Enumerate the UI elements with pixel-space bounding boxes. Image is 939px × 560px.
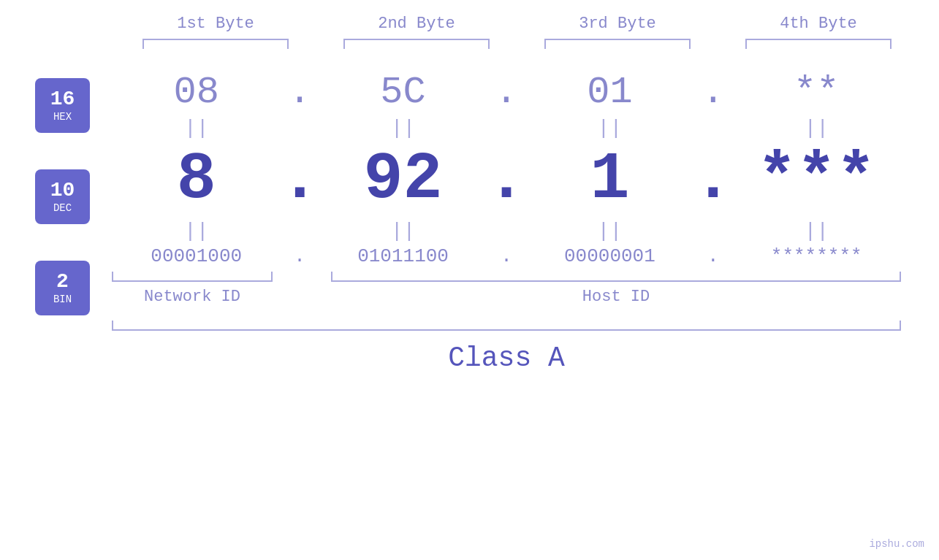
byte3-label: 3rd Byte: [537, 15, 698, 33]
watermark: ipshu.com: [869, 538, 924, 550]
dec-row: 8 . 92 . 1 . ***: [112, 142, 901, 217]
bracket-4: [745, 39, 892, 49]
bracket-3: [544, 39, 691, 49]
dec-dot2: .: [492, 142, 521, 217]
hex-b2: 5C: [323, 71, 484, 114]
eq2-b3: ||: [529, 220, 690, 242]
byte1-label: 1st Byte: [135, 15, 296, 33]
bin-badge: 2 BIN: [35, 261, 90, 315]
eq1-b3: ||: [529, 117, 690, 139]
data-grid: 08 . 5C . 01 . ** || || || || 8 .: [112, 71, 924, 374]
byte2-label: 2nd Byte: [336, 15, 497, 33]
byte-headers: 1st Byte 2nd Byte 3rd Byte 4th Byte: [115, 15, 919, 33]
eq2-b4: ||: [736, 220, 897, 242]
bin-b3: 00000001: [529, 245, 690, 267]
main-container: 1st Byte 2nd Byte 3rd Byte 4th Byte 16 H…: [0, 0, 939, 560]
dec-b4: ***: [736, 142, 897, 217]
bin-b2: 01011100: [323, 245, 484, 267]
hex-b1: 08: [116, 71, 277, 114]
hex-badge-label: HEX: [53, 111, 72, 123]
eq2-b2: ||: [323, 220, 484, 242]
dec-badge-label: DEC: [53, 202, 72, 214]
class-label: Class A: [112, 342, 901, 374]
dec-dot3: .: [699, 142, 728, 217]
bin-b1: 00001000: [116, 245, 277, 267]
host-id-label: Host ID: [331, 288, 901, 306]
byte4-label: 4th Byte: [738, 15, 899, 33]
hex-row: 08 . 5C . 01 . **: [112, 71, 901, 114]
id-labels-row: Network ID Host ID: [112, 288, 901, 306]
eq1-b4: ||: [736, 117, 897, 139]
bin-b4: ********: [736, 245, 897, 267]
dec-dot1: .: [285, 142, 314, 217]
equals-row-1: || || || ||: [112, 117, 901, 139]
bin-dot3: .: [699, 245, 728, 267]
eq2-b1: ||: [116, 220, 277, 242]
equals-row-2: || || || ||: [112, 220, 901, 242]
dec-b3: 1: [529, 142, 690, 217]
dec-badge: 10 DEC: [35, 169, 90, 224]
bottom-brackets: [112, 272, 901, 282]
hex-dot1: .: [285, 71, 314, 114]
big-bottom-bracket: [112, 321, 901, 331]
bracket-2: [343, 39, 490, 49]
hex-dot3: .: [699, 71, 728, 114]
bin-badge-number: 2: [56, 272, 69, 292]
hex-dot2: .: [492, 71, 521, 114]
eq1-b2: ||: [323, 117, 484, 139]
top-brackets: [115, 39, 919, 49]
bin-dot1: .: [285, 245, 314, 267]
dec-b2: 92: [323, 142, 484, 217]
bracket-1: [142, 39, 289, 49]
eq1-b1: ||: [116, 117, 277, 139]
dec-b1: 8: [116, 142, 277, 217]
bin-row: 00001000 . 01011100 . 00000001 . *******…: [112, 245, 901, 267]
bin-badge-label: BIN: [53, 294, 72, 305]
network-id-label: Network ID: [112, 288, 273, 306]
full-layout: 16 HEX 10 DEC 2 BIN 08 . 5C . 01 . **: [0, 71, 939, 374]
hex-b4: **: [736, 71, 897, 114]
hex-badge-number: 16: [50, 89, 75, 110]
badges-column: 16 HEX 10 DEC 2 BIN: [35, 78, 90, 374]
host-bracket: [331, 272, 901, 282]
bin-dot2: .: [492, 245, 521, 267]
network-bracket: [112, 272, 273, 282]
dec-badge-number: 10: [50, 180, 75, 201]
hex-badge: 16 HEX: [35, 78, 90, 133]
hex-b3: 01: [529, 71, 690, 114]
